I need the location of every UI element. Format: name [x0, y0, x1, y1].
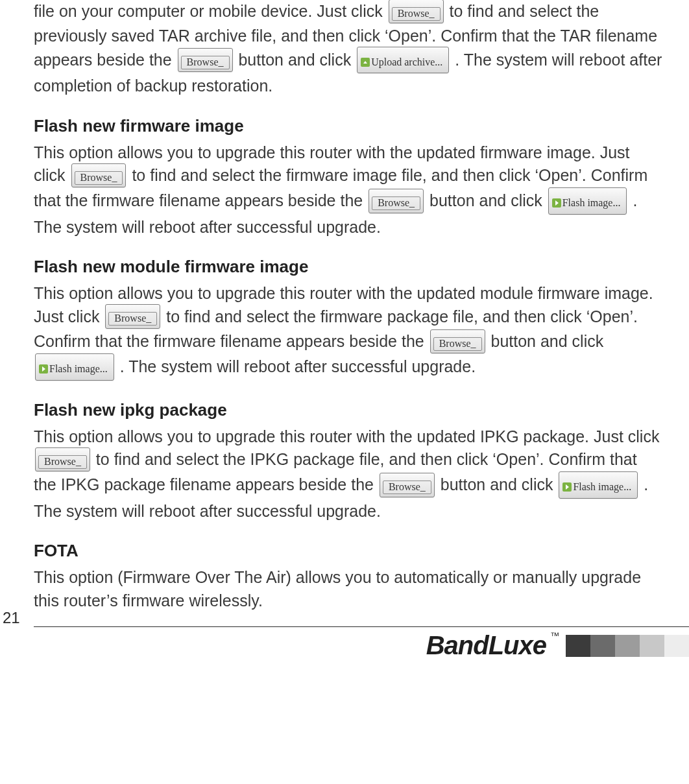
button-label: Upload archive...: [371, 56, 445, 69]
decorative-fade-icon: [566, 635, 689, 657]
browse-button[interactable]: Browse_: [369, 189, 424, 213]
upload-archive-button[interactable]: Upload archive...: [357, 47, 449, 74]
browse-button[interactable]: Browse_: [178, 48, 233, 73]
document-page: file on your computer or mobile device. …: [0, 0, 689, 680]
heading-flash-module-firmware: Flash new module firmware image: [34, 257, 663, 277]
flash-image-button[interactable]: Flash image...: [559, 471, 638, 499]
heading-flash-ipkg: Flash new ipkg package: [34, 400, 663, 420]
button-label: Browse_: [75, 171, 123, 185]
flash-icon: [562, 482, 572, 492]
text: button and click: [490, 332, 603, 350]
text: . The system will reboot after successfu…: [120, 357, 476, 375]
flash-icon: [552, 198, 561, 208]
paragraph-flash-firmware: This option allows you to upgrade this r…: [34, 141, 663, 239]
flash-icon: [39, 364, 48, 374]
browse-button[interactable]: Browse_: [389, 0, 444, 23]
paragraph-fota: This option (Firmware Over The Air) allo…: [34, 566, 663, 612]
paragraph-flash-module-firmware: This option allows you to upgrade this r…: [34, 282, 663, 381]
button-label: Browse_: [181, 56, 230, 69]
page-footer: 21 BandLuxe ™: [34, 626, 689, 660]
browse-button[interactable]: Browse_: [71, 163, 127, 188]
trademark-symbol: ™: [550, 630, 559, 641]
button-label: Browse_: [38, 455, 87, 469]
heading-fota: FOTA: [34, 541, 663, 561]
text: This option allows you to upgrade this r…: [34, 427, 659, 445]
button-label: Flash image...: [49, 363, 110, 375]
browse-button[interactable]: Browse_: [380, 473, 435, 497]
text: This option (Firmware Over The Air) allo…: [34, 568, 641, 610]
button-label: Browse_: [433, 337, 482, 351]
button-label: Flash image...: [562, 197, 623, 209]
heading-flash-firmware: Flash new firmware image: [34, 116, 663, 136]
flash-image-button[interactable]: Flash image...: [35, 353, 114, 381]
fade-block: [590, 635, 615, 657]
button-label: Browse_: [108, 312, 157, 326]
button-label: Browse_: [372, 196, 420, 210]
fade-block: [640, 635, 664, 657]
text: button and click: [429, 192, 547, 210]
brand-area: BandLuxe ™: [426, 631, 689, 660]
paragraph-flash-ipkg: This option allows you to upgrade this r…: [34, 425, 663, 523]
text: file on your computer or mobile device. …: [34, 2, 387, 20]
intro-paragraph: file on your computer or mobile device. …: [34, 0, 663, 98]
button-label: Flash image...: [573, 481, 634, 493]
text: button and click: [238, 51, 356, 69]
fade-block: [566, 635, 590, 657]
brand-logo-text: BandLuxe: [426, 631, 546, 660]
fade-block: [615, 635, 640, 657]
upload-icon: [361, 58, 370, 67]
button-label: Browse_: [383, 481, 431, 494]
browse-button[interactable]: Browse_: [105, 304, 160, 329]
fade-block: [664, 635, 689, 657]
page-number: 21: [0, 609, 29, 627]
text: button and click: [441, 476, 558, 494]
button-label: Browse_: [392, 7, 441, 21]
flash-image-button[interactable]: Flash image...: [548, 187, 627, 215]
browse-button[interactable]: Browse_: [430, 329, 485, 354]
browse-button[interactable]: Browse_: [35, 447, 90, 472]
